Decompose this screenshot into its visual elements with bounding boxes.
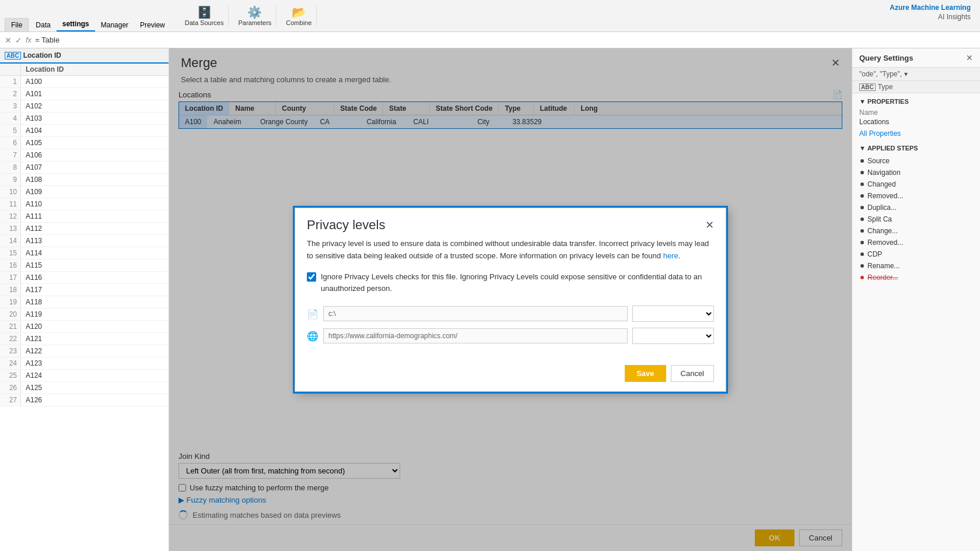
row-val: A120 (21, 321, 169, 332)
prop-name-value: Locations (859, 118, 973, 126)
applied-step-item[interactable]: Removed... (859, 190, 973, 202)
row-val: A110 (21, 198, 169, 210)
applied-step-item[interactable]: Changed (859, 178, 973, 190)
row-val: A102 (21, 100, 169, 112)
applied-step-item[interactable]: CDP (859, 248, 973, 260)
privacy-source-row-1: 📄 None Private Organizational Public (307, 306, 714, 322)
tab-file[interactable]: File (5, 18, 29, 31)
row-val: A116 (21, 272, 169, 283)
row-val: A106 (21, 149, 169, 161)
col-header: ABC Location ID (0, 48, 169, 64)
privacy-source-row-2: 🌐 None Private Organizational Public (307, 328, 714, 344)
row-val: A107 (21, 162, 169, 173)
tab-settings[interactable]: settings (57, 17, 95, 31)
row-val: A123 (21, 357, 169, 369)
grid-col-label: Location ID (21, 64, 169, 75)
table-row: 3 A102 (0, 100, 169, 113)
table-row: 6 A105 (0, 137, 169, 149)
applied-step-item[interactable]: Change... (859, 225, 973, 237)
formula-display: "ode", "Type", (859, 70, 902, 78)
abc-icon: ABC (859, 83, 876, 91)
source1-path-input[interactable] (323, 306, 628, 321)
web-source-icon: 🌐 (307, 330, 318, 342)
params-icon: ⚙️ (247, 5, 262, 19)
table-row: 5 A104 (0, 125, 169, 137)
combine-label[interactable]: Combine (286, 19, 312, 26)
row-val: A121 (21, 333, 169, 345)
ai-insights-label[interactable]: AI Insights (938, 13, 971, 21)
row-val: A111 (21, 210, 169, 222)
formula-check-btn[interactable]: ✓ (15, 36, 22, 45)
table-row: 18 A117 (0, 284, 169, 296)
source2-path-input[interactable] (323, 328, 628, 343)
tab-manager[interactable]: Manager (95, 19, 134, 31)
all-properties-link[interactable]: All Properties (859, 129, 973, 138)
right-content: ▼ PROPERTIES Name Locations All Properti… (852, 93, 980, 551)
row-val: A117 (21, 284, 169, 296)
row-num: 6 (0, 137, 21, 149)
ribbon-group-datasources: 🗄️ Data Sources (180, 5, 229, 26)
privacy-ignore-checkbox[interactable] (307, 272, 316, 282)
table-row: 23 A122 (0, 345, 169, 357)
formula-x-btn[interactable]: ✕ (5, 36, 12, 45)
row-num: 11 (0, 198, 21, 210)
table-row: 15 A114 (0, 247, 169, 259)
row-num: 20 (0, 308, 21, 320)
right-panel: Query Settings ✕ "ode", "Type", ▾ ABC Ty… (852, 48, 980, 551)
query-settings-title: Query Settings (859, 54, 913, 62)
privacy-header: Privacy levels ✕ (295, 208, 726, 237)
center-panel: Merge ✕ Select a table and matching colu… (169, 48, 852, 551)
row-num: 9 (0, 174, 21, 185)
combine-icon: 📂 (292, 5, 306, 19)
formula-dropdown-icon[interactable]: ▾ (904, 70, 908, 78)
applied-step-item[interactable]: Navigation (859, 167, 973, 178)
query-settings-header: Query Settings ✕ (852, 48, 980, 68)
privacy-close-btn[interactable]: ✕ (705, 219, 714, 231)
tab-data[interactable]: Data (30, 19, 56, 31)
properties-section: ▼ PROPERTIES Name Locations All Properti… (859, 98, 973, 138)
table-row: 26 A125 (0, 382, 169, 394)
datasources-icon: 🗄️ (197, 5, 212, 19)
datasources-label[interactable]: Data Sources (185, 19, 224, 26)
table-row: 14 A113 (0, 235, 169, 247)
row-val: A105 (21, 137, 169, 149)
table-row: 9 A108 (0, 174, 169, 186)
row-val: A114 (21, 247, 169, 259)
applied-step-item[interactable]: Duplica... (859, 202, 973, 213)
prop-name-label: Name (859, 108, 973, 117)
formula-fx-icon: fx (26, 36, 32, 44)
row-num: 18 (0, 284, 21, 296)
applied-step-item[interactable]: Source (859, 155, 973, 167)
table-row: 2 A101 (0, 88, 169, 100)
row-num: 26 (0, 382, 21, 394)
privacy-ignore-label[interactable]: Ignore Privacy Levels checks for this fi… (321, 271, 714, 294)
row-val: A104 (21, 125, 169, 136)
applied-step-item[interactable]: Reorder... (859, 272, 973, 283)
row-num: 10 (0, 186, 21, 198)
privacy-save-btn[interactable]: Save (625, 365, 666, 382)
col-name: Location ID (23, 51, 61, 59)
query-settings-close[interactable]: ✕ (966, 53, 973, 62)
row-num: 2 (0, 88, 21, 100)
type-label: Type (878, 83, 893, 91)
source1-privacy-dropdown[interactable]: None Private Organizational Public (632, 306, 714, 322)
applied-step-item[interactable]: Rename... (859, 260, 973, 272)
table-row: 24 A123 (0, 357, 169, 370)
table-row: 4 A103 (0, 113, 169, 125)
tab-preview[interactable]: Preview (134, 19, 171, 31)
applied-step-item[interactable]: Split Ca (859, 213, 973, 225)
ribbon-right-area: Azure Machine Learning AI Insights (890, 3, 971, 21)
row-num: 1 (0, 76, 21, 87)
table-row: 25 A124 (0, 370, 169, 382)
params-label[interactable]: Parameters (238, 19, 271, 26)
applied-step-item[interactable]: Removed... (859, 237, 973, 248)
row-val: A115 (21, 259, 169, 271)
row-num: 4 (0, 113, 21, 124)
properties-caret: ▼ (859, 98, 866, 105)
privacy-here-link[interactable]: here (663, 251, 678, 260)
azure-ml-label[interactable]: Azure Machine Learning (890, 3, 971, 12)
privacy-cancel-btn[interactable]: Cancel (671, 365, 714, 382)
formula-value: = Table (35, 36, 60, 44)
row-val: A122 (21, 345, 169, 357)
source2-privacy-dropdown[interactable]: None Private Organizational Public (632, 328, 714, 344)
